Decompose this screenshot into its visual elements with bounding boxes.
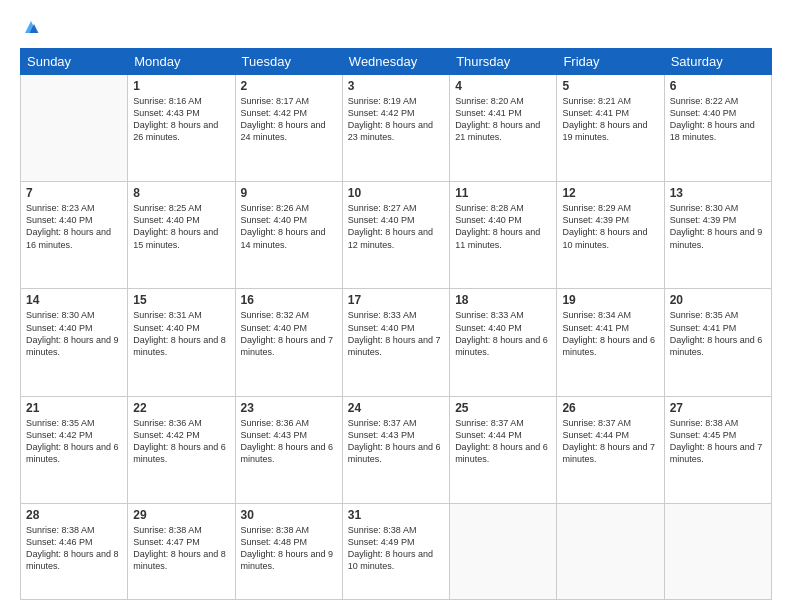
calendar-cell: 28Sunrise: 8:38 AMSunset: 4:46 PMDayligh… xyxy=(21,503,128,599)
logo xyxy=(20,18,40,38)
calendar-cell: 30Sunrise: 8:38 AMSunset: 4:48 PMDayligh… xyxy=(235,503,342,599)
calendar-cell: 10Sunrise: 8:27 AMSunset: 4:40 PMDayligh… xyxy=(342,182,449,289)
calendar-week-row: 21Sunrise: 8:35 AMSunset: 4:42 PMDayligh… xyxy=(21,396,772,503)
day-info: Sunrise: 8:16 AMSunset: 4:43 PMDaylight:… xyxy=(133,95,229,144)
day-info: Sunrise: 8:21 AMSunset: 4:41 PMDaylight:… xyxy=(562,95,658,144)
day-number: 20 xyxy=(670,293,766,307)
calendar-cell: 23Sunrise: 8:36 AMSunset: 4:43 PMDayligh… xyxy=(235,396,342,503)
day-info: Sunrise: 8:34 AMSunset: 4:41 PMDaylight:… xyxy=(562,309,658,358)
weekday-header: Tuesday xyxy=(235,49,342,75)
day-info: Sunrise: 8:19 AMSunset: 4:42 PMDaylight:… xyxy=(348,95,444,144)
day-number: 1 xyxy=(133,79,229,93)
calendar-cell: 17Sunrise: 8:33 AMSunset: 4:40 PMDayligh… xyxy=(342,289,449,396)
calendar-cell: 14Sunrise: 8:30 AMSunset: 4:40 PMDayligh… xyxy=(21,289,128,396)
calendar-cell: 31Sunrise: 8:38 AMSunset: 4:49 PMDayligh… xyxy=(342,503,449,599)
day-number: 11 xyxy=(455,186,551,200)
day-info: Sunrise: 8:35 AMSunset: 4:42 PMDaylight:… xyxy=(26,417,122,466)
day-number: 2 xyxy=(241,79,337,93)
calendar-cell: 12Sunrise: 8:29 AMSunset: 4:39 PMDayligh… xyxy=(557,182,664,289)
day-number: 21 xyxy=(26,401,122,415)
day-number: 4 xyxy=(455,79,551,93)
day-number: 13 xyxy=(670,186,766,200)
calendar-cell: 20Sunrise: 8:35 AMSunset: 4:41 PMDayligh… xyxy=(664,289,771,396)
logo-icon xyxy=(22,18,40,36)
weekday-header: Saturday xyxy=(664,49,771,75)
day-info: Sunrise: 8:38 AMSunset: 4:45 PMDaylight:… xyxy=(670,417,766,466)
day-number: 16 xyxy=(241,293,337,307)
day-info: Sunrise: 8:36 AMSunset: 4:42 PMDaylight:… xyxy=(133,417,229,466)
day-number: 12 xyxy=(562,186,658,200)
calendar-cell: 15Sunrise: 8:31 AMSunset: 4:40 PMDayligh… xyxy=(128,289,235,396)
calendar-cell xyxy=(21,75,128,182)
day-number: 10 xyxy=(348,186,444,200)
weekday-header: Wednesday xyxy=(342,49,449,75)
day-info: Sunrise: 8:29 AMSunset: 4:39 PMDaylight:… xyxy=(562,202,658,251)
day-info: Sunrise: 8:32 AMSunset: 4:40 PMDaylight:… xyxy=(241,309,337,358)
day-info: Sunrise: 8:37 AMSunset: 4:43 PMDaylight:… xyxy=(348,417,444,466)
weekday-header: Sunday xyxy=(21,49,128,75)
day-number: 23 xyxy=(241,401,337,415)
day-number: 27 xyxy=(670,401,766,415)
calendar-cell: 16Sunrise: 8:32 AMSunset: 4:40 PMDayligh… xyxy=(235,289,342,396)
day-info: Sunrise: 8:38 AMSunset: 4:47 PMDaylight:… xyxy=(133,524,229,573)
day-number: 22 xyxy=(133,401,229,415)
day-info: Sunrise: 8:33 AMSunset: 4:40 PMDaylight:… xyxy=(455,309,551,358)
weekday-header-row: SundayMondayTuesdayWednesdayThursdayFrid… xyxy=(21,49,772,75)
day-info: Sunrise: 8:30 AMSunset: 4:39 PMDaylight:… xyxy=(670,202,766,251)
day-info: Sunrise: 8:20 AMSunset: 4:41 PMDaylight:… xyxy=(455,95,551,144)
calendar-cell: 6Sunrise: 8:22 AMSunset: 4:40 PMDaylight… xyxy=(664,75,771,182)
calendar-cell: 18Sunrise: 8:33 AMSunset: 4:40 PMDayligh… xyxy=(450,289,557,396)
day-info: Sunrise: 8:35 AMSunset: 4:41 PMDaylight:… xyxy=(670,309,766,358)
calendar-week-row: 7Sunrise: 8:23 AMSunset: 4:40 PMDaylight… xyxy=(21,182,772,289)
calendar-cell xyxy=(557,503,664,599)
day-info: Sunrise: 8:22 AMSunset: 4:40 PMDaylight:… xyxy=(670,95,766,144)
day-number: 14 xyxy=(26,293,122,307)
day-number: 5 xyxy=(562,79,658,93)
day-info: Sunrise: 8:38 AMSunset: 4:46 PMDaylight:… xyxy=(26,524,122,573)
day-number: 19 xyxy=(562,293,658,307)
calendar-table: SundayMondayTuesdayWednesdayThursdayFrid… xyxy=(20,48,772,600)
day-info: Sunrise: 8:33 AMSunset: 4:40 PMDaylight:… xyxy=(348,309,444,358)
day-number: 25 xyxy=(455,401,551,415)
day-number: 28 xyxy=(26,508,122,522)
day-info: Sunrise: 8:23 AMSunset: 4:40 PMDaylight:… xyxy=(26,202,122,251)
day-number: 24 xyxy=(348,401,444,415)
calendar-cell: 21Sunrise: 8:35 AMSunset: 4:42 PMDayligh… xyxy=(21,396,128,503)
day-info: Sunrise: 8:30 AMSunset: 4:40 PMDaylight:… xyxy=(26,309,122,358)
calendar-cell: 9Sunrise: 8:26 AMSunset: 4:40 PMDaylight… xyxy=(235,182,342,289)
calendar-cell: 5Sunrise: 8:21 AMSunset: 4:41 PMDaylight… xyxy=(557,75,664,182)
header xyxy=(20,18,772,38)
day-number: 31 xyxy=(348,508,444,522)
day-info: Sunrise: 8:37 AMSunset: 4:44 PMDaylight:… xyxy=(562,417,658,466)
page: SundayMondayTuesdayWednesdayThursdayFrid… xyxy=(0,0,792,612)
calendar-cell: 13Sunrise: 8:30 AMSunset: 4:39 PMDayligh… xyxy=(664,182,771,289)
day-number: 8 xyxy=(133,186,229,200)
calendar-cell: 24Sunrise: 8:37 AMSunset: 4:43 PMDayligh… xyxy=(342,396,449,503)
weekday-header: Thursday xyxy=(450,49,557,75)
calendar-cell: 7Sunrise: 8:23 AMSunset: 4:40 PMDaylight… xyxy=(21,182,128,289)
calendar-cell: 1Sunrise: 8:16 AMSunset: 4:43 PMDaylight… xyxy=(128,75,235,182)
day-number: 7 xyxy=(26,186,122,200)
day-info: Sunrise: 8:36 AMSunset: 4:43 PMDaylight:… xyxy=(241,417,337,466)
calendar-cell: 3Sunrise: 8:19 AMSunset: 4:42 PMDaylight… xyxy=(342,75,449,182)
calendar-cell: 11Sunrise: 8:28 AMSunset: 4:40 PMDayligh… xyxy=(450,182,557,289)
calendar-cell: 29Sunrise: 8:38 AMSunset: 4:47 PMDayligh… xyxy=(128,503,235,599)
calendar-cell: 26Sunrise: 8:37 AMSunset: 4:44 PMDayligh… xyxy=(557,396,664,503)
day-number: 17 xyxy=(348,293,444,307)
day-number: 15 xyxy=(133,293,229,307)
day-number: 30 xyxy=(241,508,337,522)
day-info: Sunrise: 8:27 AMSunset: 4:40 PMDaylight:… xyxy=(348,202,444,251)
calendar-cell: 27Sunrise: 8:38 AMSunset: 4:45 PMDayligh… xyxy=(664,396,771,503)
calendar-cell xyxy=(664,503,771,599)
day-info: Sunrise: 8:38 AMSunset: 4:48 PMDaylight:… xyxy=(241,524,337,573)
weekday-header: Friday xyxy=(557,49,664,75)
day-number: 6 xyxy=(670,79,766,93)
day-number: 18 xyxy=(455,293,551,307)
day-number: 26 xyxy=(562,401,658,415)
day-number: 3 xyxy=(348,79,444,93)
calendar-week-row: 14Sunrise: 8:30 AMSunset: 4:40 PMDayligh… xyxy=(21,289,772,396)
day-info: Sunrise: 8:38 AMSunset: 4:49 PMDaylight:… xyxy=(348,524,444,573)
calendar-cell xyxy=(450,503,557,599)
calendar-cell: 4Sunrise: 8:20 AMSunset: 4:41 PMDaylight… xyxy=(450,75,557,182)
day-info: Sunrise: 8:28 AMSunset: 4:40 PMDaylight:… xyxy=(455,202,551,251)
